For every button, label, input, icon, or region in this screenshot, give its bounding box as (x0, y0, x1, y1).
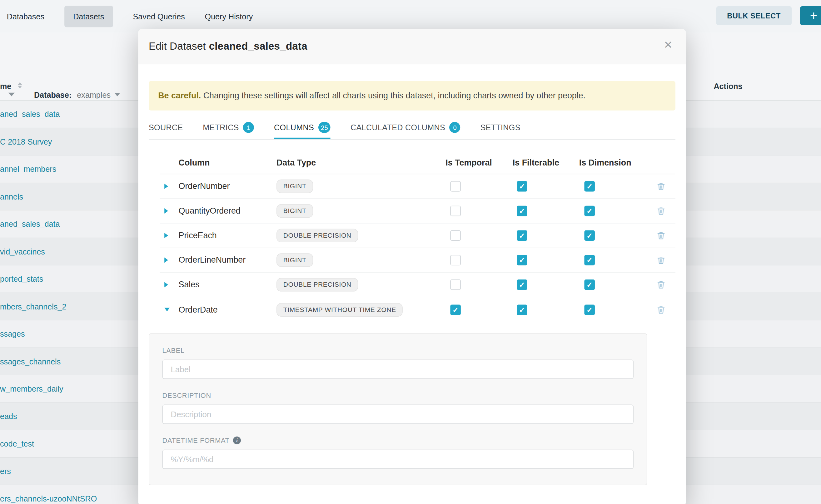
info-icon[interactable]: i (233, 437, 241, 444)
datetime-format-input[interactable] (162, 450, 634, 469)
tab-label: SOURCE (149, 123, 183, 132)
dataset-name-link[interactable]: aned_sales_data (0, 220, 60, 228)
column-header-is-filterable: Is Filterable (513, 158, 579, 167)
nav-tab-datasets[interactable]: Datasets (64, 6, 113, 27)
dataset-name-link[interactable]: aned_sales_data (0, 110, 60, 118)
expand-row-icon[interactable] (164, 208, 168, 214)
column-row: OrderNumberBIGINT (160, 174, 675, 199)
dataset-name-link[interactable]: ssages (0, 329, 25, 338)
dataset-name-link[interactable]: C 2018 Survey (0, 137, 52, 146)
nav-items: DatabasesDatasetsSaved QueriesQuery Hist… (0, 6, 253, 27)
expand-row-icon[interactable] (164, 233, 168, 238)
modal-title-dataset-name: cleaned_sales_data (209, 40, 307, 52)
modal-tabs: SOURCEMETRICS1COLUMNS25CALCULATED COLUMN… (149, 119, 675, 140)
label-field-label: LABEL (162, 347, 634, 354)
warning-text: Changing these settings will affect all … (203, 91, 586, 100)
data-type-pill: BIGINT (276, 180, 313, 193)
column-row: QuantityOrderedBIGINT (160, 199, 675, 224)
tab-source[interactable]: SOURCE (149, 119, 183, 139)
edit-dataset-modal: Edit Dataset cleaned_sales_data × Be car… (138, 29, 686, 504)
collapse-row-icon[interactable] (164, 308, 170, 311)
dataset-name-link[interactable]: annel_members (0, 165, 56, 173)
data-type-pill: BIGINT (276, 204, 313, 218)
tab-count-badge: 1 (243, 122, 254, 133)
delete-column-icon[interactable] (657, 256, 665, 264)
dataset-name-link[interactable]: ers (0, 467, 11, 476)
is-dimension-checkbox[interactable] (584, 230, 595, 241)
dataset-name-link[interactable]: vid_vaccines (0, 247, 45, 256)
nav-tab-saved-queries[interactable]: Saved Queries (133, 12, 185, 21)
is-temporal-checkbox[interactable] (450, 230, 461, 241)
dataset-name-link[interactable]: w_members_daily (0, 384, 63, 393)
expand-row-icon[interactable] (164, 258, 168, 263)
column-row: PriceEachDOUBLE PRECISION (160, 224, 675, 248)
delete-column-icon[interactable] (657, 231, 665, 240)
actions-column-header: Actions (714, 82, 742, 90)
is-filterable-checkbox[interactable] (517, 206, 527, 216)
column-name: OrderLineNumber (179, 255, 276, 265)
dataset-name-link[interactable]: ers_channels-uzooNNtSRO (0, 494, 97, 503)
add-dataset-button[interactable]: + (800, 6, 821, 25)
tab-calculated-columns[interactable]: CALCULATED COLUMNS0 (350, 119, 461, 139)
column-row: OrderLineNumberBIGINT (160, 248, 675, 273)
dataset-name-link[interactable]: eads (0, 412, 17, 421)
is-filterable-checkbox[interactable] (517, 230, 527, 241)
delete-column-icon[interactable] (657, 305, 665, 314)
nav-tab-query-history[interactable]: Query History (205, 12, 253, 21)
nav-right-controls: BULK SELECT + (716, 6, 821, 25)
is-dimension-checkbox[interactable] (584, 181, 595, 192)
modal-header: Edit Dataset cleaned_sales_data × (138, 29, 686, 64)
datetime-format-field: DATETIME FORMAT i (162, 437, 634, 469)
sort-icon[interactable] (18, 82, 22, 88)
is-temporal-checkbox[interactable] (450, 304, 461, 315)
tab-label: CALCULATED COLUMNS (350, 123, 445, 132)
close-icon[interactable]: × (664, 38, 672, 52)
is-dimension-checkbox[interactable] (584, 255, 595, 265)
is-temporal-checkbox[interactable] (450, 279, 461, 290)
is-filterable-checkbox[interactable] (517, 181, 527, 192)
is-dimension-checkbox[interactable] (584, 206, 595, 216)
label-field: LABEL (162, 347, 634, 379)
tab-columns[interactable]: COLUMNS25 (274, 119, 330, 139)
nav-tab-databases[interactable]: Databases (7, 12, 44, 21)
dataset-name-link[interactable]: mbers_channels_2 (0, 302, 66, 311)
dataset-name-link[interactable]: code_test (0, 439, 34, 448)
dataset-name-link[interactable]: ported_stats (0, 274, 43, 283)
column-header-is-temporal: Is Temporal (446, 158, 513, 167)
is-filterable-checkbox[interactable] (517, 279, 527, 290)
is-temporal-checkbox[interactable] (450, 255, 461, 265)
columns-table-header: Column Data Type Is Temporal Is Filterab… (160, 151, 675, 174)
bulk-select-button[interactable]: BULK SELECT (716, 6, 792, 25)
delete-column-icon[interactable] (657, 280, 665, 289)
columns-table-body: OrderNumberBIGINTQuantityOrderedBIGINTPr… (160, 174, 675, 322)
column-row: SalesDOUBLE PRECISION (160, 273, 675, 297)
is-filterable-checkbox[interactable] (517, 255, 527, 265)
top-nav: DatabasesDatasetsSaved QueriesQuery Hist… (0, 0, 821, 32)
tab-label: COLUMNS (274, 123, 314, 132)
description-input[interactable] (162, 405, 634, 424)
description-field-label: DESCRIPTION (162, 392, 634, 399)
modal-body: Be careful. Changing these settings will… (138, 81, 686, 485)
expand-row-icon[interactable] (164, 184, 168, 189)
is-temporal-checkbox[interactable] (450, 181, 461, 192)
is-dimension-checkbox[interactable] (584, 279, 595, 290)
dataset-name-link[interactable]: annels (0, 192, 23, 201)
is-temporal-checkbox[interactable] (450, 206, 461, 216)
datetime-format-label-text: DATETIME FORMAT (162, 437, 230, 444)
expand-row-icon[interactable] (164, 282, 168, 287)
name-column-header[interactable]: me (0, 82, 11, 90)
tab-metrics[interactable]: METRICS1 (203, 119, 254, 139)
data-type-pill: DOUBLE PRECISION (276, 229, 358, 242)
is-filterable-checkbox[interactable] (517, 304, 527, 315)
delete-column-icon[interactable] (657, 182, 665, 190)
delete-column-icon[interactable] (657, 207, 665, 215)
column-row: OrderDateTIMESTAMP WITHOUT TIME ZONE (160, 297, 675, 322)
data-type-pill: TIMESTAMP WITHOUT TIME ZONE (276, 303, 403, 317)
tab-settings[interactable]: SETTINGS (480, 119, 520, 139)
column-name: Sales (179, 280, 276, 289)
label-input[interactable] (162, 359, 634, 379)
modal-title: Edit Dataset cleaned_sales_data (149, 40, 307, 52)
is-dimension-checkbox[interactable] (584, 304, 595, 315)
dataset-name-link[interactable]: ssages_channels (0, 357, 61, 366)
column-name: QuantityOrdered (179, 206, 276, 215)
